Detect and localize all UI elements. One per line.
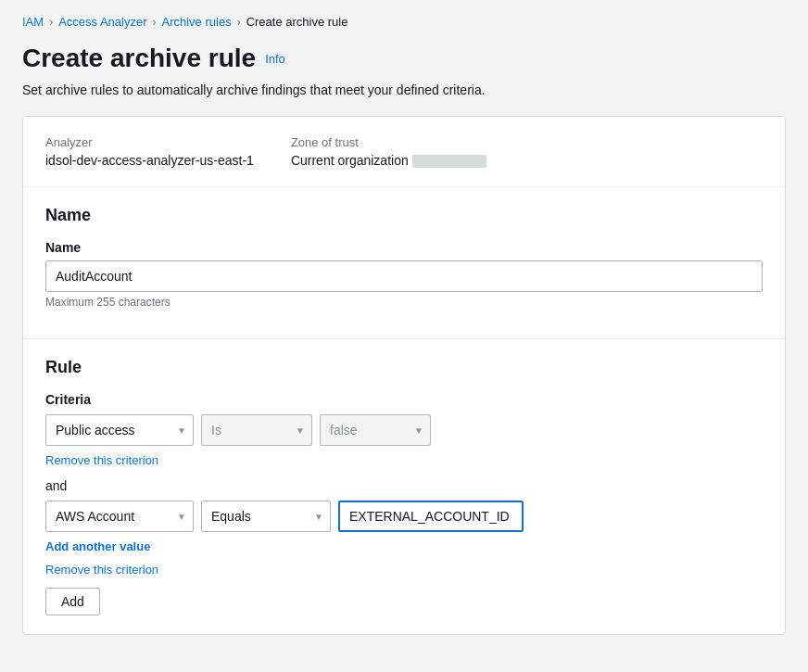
analyzer-info-section: Analyzer idsol-dev-access-analyzer-us-ea…	[23, 117, 785, 187]
zone-value: Current organization	[291, 153, 486, 168]
page-description: Set archive rules to automatically archi…	[22, 82, 786, 97]
remove-criterion-1[interactable]: Remove this criterion	[45, 453, 763, 467]
public-access-select[interactable]: Public access Finding type Resource Prin…	[45, 414, 194, 446]
redacted-org-id	[412, 155, 486, 168]
breadcrumb-iam[interactable]: IAM	[22, 15, 44, 29]
aws-account-wrapper: AWS Account Public access Finding type R…	[45, 501, 194, 532]
zone-label: Zone of trust	[291, 135, 486, 149]
breadcrumb-sep-1: ›	[49, 16, 53, 29]
name-field-label: Name	[45, 240, 763, 255]
false-wrapper: false true ▼	[320, 414, 431, 446]
breadcrumb: IAM › Access Analyzer › Archive rules › …	[22, 15, 786, 29]
main-card: Analyzer idsol-dev-access-analyzer-us-ea…	[22, 116, 786, 635]
external-account-id-input[interactable]	[338, 501, 524, 532]
analyzer-label: Analyzer	[45, 135, 254, 149]
breadcrumb-access-analyzer[interactable]: Access Analyzer	[58, 15, 146, 29]
rule-section: Rule Criteria Public access Finding type…	[23, 339, 785, 634]
name-section-title: Name	[45, 206, 763, 225]
and-label: and	[45, 478, 763, 493]
breadcrumb-archive-rules[interactable]: Archive rules	[162, 15, 232, 29]
name-section: Name Name Maximum 255 characters	[23, 187, 785, 339]
rule-section-title: Rule	[45, 358, 763, 377]
add-another-value[interactable]: Add another value	[45, 539, 763, 553]
false-select[interactable]: false true	[320, 414, 431, 446]
aws-account-select[interactable]: AWS Account Public access Finding type R…	[45, 501, 194, 532]
breadcrumb-sep-3: ›	[237, 16, 241, 29]
analyzer-value: idsol-dev-access-analyzer-us-east-1	[45, 153, 254, 168]
is-wrapper: Is Is not Contains ▼	[201, 414, 312, 446]
page-title: Create archive rule	[22, 44, 256, 73]
info-link[interactable]: Info	[265, 52, 285, 66]
name-input[interactable]	[45, 260, 763, 292]
criteria-label: Criteria	[45, 392, 763, 407]
name-form-group: Name Maximum 255 characters	[45, 240, 763, 309]
remove-criterion-2[interactable]: Remove this criterion	[45, 563, 763, 577]
is-select[interactable]: Is Is not Contains	[201, 414, 312, 446]
add-button[interactable]: Add	[45, 588, 100, 615]
zone-group: Zone of trust Current organization	[291, 135, 486, 168]
equals-select[interactable]: Equals Not equals Contains	[201, 501, 331, 532]
name-hint: Maximum 255 characters	[45, 296, 763, 309]
analyzer-group: Analyzer idsol-dev-access-analyzer-us-ea…	[45, 135, 254, 168]
equals-wrapper: Equals Not equals Contains ▼	[201, 501, 331, 532]
public-access-wrapper: Public access Finding type Resource Prin…	[45, 414, 194, 446]
criterion-2-row: AWS Account Public access Finding type R…	[45, 501, 763, 532]
breadcrumb-sep-2: ›	[153, 16, 157, 29]
criterion-1-row: Public access Finding type Resource Prin…	[45, 414, 763, 446]
breadcrumb-current: Create archive rule	[246, 15, 348, 29]
